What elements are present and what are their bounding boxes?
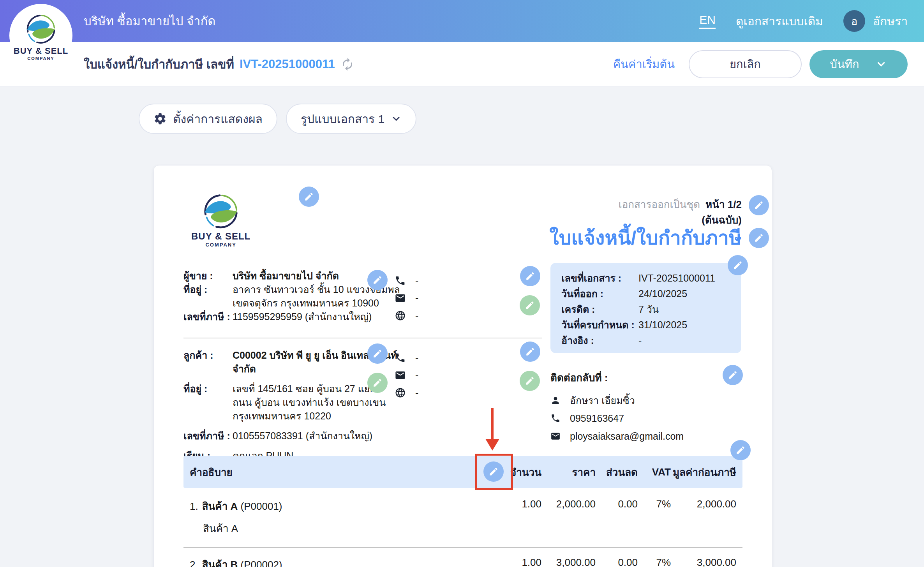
item-discount: 0.00 — [596, 556, 638, 567]
seller-email: - — [415, 292, 418, 304]
header-pretax-amount: มูลค่าก่อนภาษี — [671, 464, 736, 480]
seller-label: ผู้ขาย : — [183, 269, 232, 283]
edit-seller-button[interactable] — [367, 270, 388, 290]
doc-type-label: ใบแจ้งหนี้/ใบกำกับภาษี เลขที่ — [84, 55, 234, 74]
language-toggle[interactable]: EN — [699, 13, 716, 29]
doc-info-value: 7 วัน — [638, 303, 730, 315]
edit-title-button[interactable] — [749, 228, 769, 248]
contact-phone: 0959163647 — [570, 413, 624, 424]
chevron-down-icon — [391, 113, 402, 124]
doc-info-label: วันที่ครบกำหนด : — [561, 319, 638, 331]
seller-address-label: ที่อยู่ : — [183, 283, 232, 310]
invoice-preview-card: BUY & SELL COMPANY เอกสารออกเป็นชุดหน้า … — [153, 165, 772, 567]
edit-logo-button[interactable] — [299, 187, 319, 207]
item-pretax-amount: 2,000.00 — [671, 498, 736, 510]
top-navbar: บริษัท ซื้อมาขายไป จำกัด EN ดูเอกสารแบบเ… — [0, 0, 924, 42]
chevron-down-icon[interactable] — [875, 58, 887, 70]
display-controls: ตั้งค่าการแสดงผล รูปแบบเอกสาร 1 — [139, 104, 416, 134]
contact-person: อักษรา เอี่ยมซิ้ว — [570, 393, 635, 408]
pencil-icon — [733, 260, 743, 270]
edit-seller-website-button[interactable] — [520, 295, 540, 315]
edit-customer-website-button[interactable] — [520, 371, 540, 391]
doc-info-row: วันที่ครบกำหนด : 31/10/2025 — [561, 319, 730, 331]
buy-sell-logo-icon — [201, 193, 241, 230]
customer-address-3: กรุงเทพมหานคร 10220 — [233, 410, 331, 421]
doc-info-value: 24/10/2025 — [638, 288, 730, 300]
item-price: 3,000.00 — [541, 556, 596, 567]
item-code: (P00002) — [241, 559, 282, 567]
edit-doc-info-button[interactable] — [728, 255, 748, 275]
display-settings-button[interactable]: ตั้งค่าการแสดงผล — [139, 104, 277, 134]
contact-back-section: ติดต่อกลับที่ : อักษรา เอี่ยมซิ้ว 095916… — [550, 370, 730, 442]
item-price: 2,000.00 — [541, 498, 596, 510]
pencil-icon — [525, 300, 535, 310]
edit-customer-address-button[interactable] — [367, 373, 388, 393]
envelope-icon — [395, 370, 406, 381]
customer-name: C00002 บริษัท พี ยู ยู เอ็น อินเทลลิเจนท… — [233, 349, 417, 376]
cancel-button[interactable]: ยกเลิก — [689, 50, 802, 78]
view-classic-link[interactable]: ดูเอกสารแบบเดิม — [736, 12, 823, 30]
items-table-header: คำอธิบาย จำนวน ราคา ส่วนลด VAT มูลค่าก่อ… — [183, 456, 742, 488]
item-vat: 7% — [638, 498, 671, 510]
logo-subtitle: COMPANY — [27, 56, 54, 61]
header-price: ราคา — [541, 464, 596, 480]
envelope-icon — [395, 292, 406, 304]
section-divider — [183, 338, 542, 338]
phone-icon — [395, 275, 406, 286]
save-button[interactable]: บันทึก — [809, 50, 908, 78]
customer-contact-icons: - - - — [395, 352, 418, 398]
user-menu[interactable]: อ อักษรา — [843, 10, 908, 32]
table-row: 2.สินค้า B (P00002) สินค้า B 1.00 3,000.… — [183, 547, 742, 567]
logo-title: BUY & SELL — [191, 231, 250, 242]
seller-phone: - — [415, 275, 418, 286]
items-rows: 1.สินค้า A (P00001) สินค้า A 1.00 2,000.… — [183, 490, 742, 567]
pencil-icon — [372, 275, 383, 285]
customer-address-label: ที่อยู่ : — [183, 382, 232, 423]
customer-tax-label: เลขที่ภาษี : — [183, 429, 232, 443]
refresh-icon[interactable] — [340, 57, 354, 71]
item-vat: 7% — [638, 556, 671, 567]
item-description-cell: 2.สินค้า B (P00002) สินค้า B — [190, 556, 491, 567]
app-logo: BUY & SELL COMPANY — [9, 4, 72, 67]
item-name: สินค้า A — [202, 500, 238, 512]
save-label: บันทึก — [830, 55, 859, 73]
phone-icon — [395, 352, 406, 363]
red-highlight-box — [475, 454, 513, 490]
customer-email: - — [415, 370, 418, 381]
edit-page-info-button[interactable] — [749, 195, 769, 215]
customer-address-2: ถนน คู้บอน แขวงท่าแร้ง เขตบางเขน — [233, 397, 386, 408]
header-discount: ส่วนลด — [596, 464, 638, 480]
doc-info-row: วันที่ออก : 24/10/2025 — [561, 288, 730, 300]
item-code: (P00001) — [241, 500, 282, 512]
item-pretax-amount: 3,000.00 — [671, 556, 736, 567]
edit-customer-contact-button[interactable] — [520, 342, 540, 362]
phone-icon — [550, 413, 561, 423]
pencil-icon — [525, 376, 535, 386]
envelope-icon — [550, 431, 561, 441]
item-description-cell: 1.สินค้า A (P00001) สินค้า A — [190, 498, 491, 536]
batch-label: เอกสารออกเป็นชุด — [619, 199, 700, 210]
customer-section: ลูกค้า : C00002 บริษัท พี ยู ยู เอ็น อิน… — [183, 349, 417, 463]
edit-seller-contact-button[interactable] — [520, 266, 540, 286]
customer-address-1: เลขที่ 145/161 ซอย คู้บอน 27 แยก 7 — [233, 383, 384, 394]
invoice-title: ใบแจ้งหนี้/ใบกำกับภาษี — [549, 222, 742, 253]
seller-contact-icons: - - - — [395, 275, 418, 321]
doc-info-rows: เลขที่เอกสาร : IVT-20251000011 วันที่ออก… — [561, 272, 730, 347]
item-qty: 1.00 — [491, 556, 541, 567]
edit-table-button[interactable] — [730, 440, 751, 460]
customer-website: - — [415, 387, 418, 398]
edit-contact-back-button[interactable] — [723, 365, 743, 385]
company-name: บริษัท ซื้อมาขายไป จำกัด — [84, 11, 215, 31]
doc-number-link[interactable]: IVT-20251000011 — [240, 57, 335, 71]
avatar[interactable]: อ — [843, 10, 865, 32]
contact-email: ploysaiaksara@gmail.com — [570, 431, 684, 442]
person-icon — [550, 395, 561, 405]
page-number: หน้า 1/2 — [705, 199, 742, 210]
edit-customer-button[interactable] — [367, 343, 388, 364]
document-format-label: รูปแบบเอกสาร 1 — [301, 110, 384, 128]
doc-info-label: วันที่ออก : — [561, 288, 638, 300]
doc-info-row: อ้างอิง : - — [561, 335, 730, 347]
reset-defaults-link[interactable]: คืนค่าเริ่มต้น — [613, 55, 675, 73]
document-format-dropdown[interactable]: รูปแบบเอกสาร 1 — [286, 104, 416, 134]
buy-sell-logo-icon — [24, 13, 58, 45]
